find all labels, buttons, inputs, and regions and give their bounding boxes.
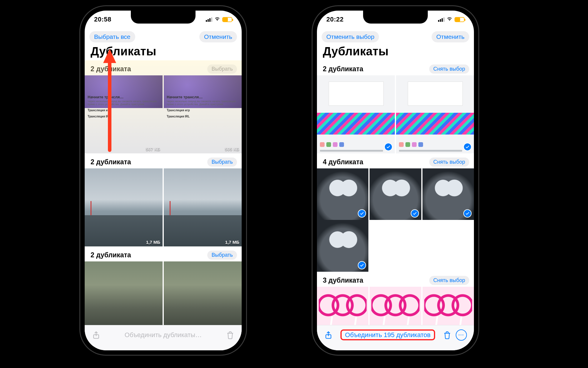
content[interactable]: 2 дубликата Снять выбор 4 bbox=[317, 60, 474, 325]
bottom-toolbar: Объединить 195 дубликатов ··· bbox=[317, 325, 474, 350]
photo-thumbnail[interactable]: 2 МБ bbox=[85, 261, 163, 325]
group-count: 4 дубликата bbox=[323, 158, 363, 166]
page-title: Дубликаты bbox=[85, 45, 242, 60]
screen-right: 20:22 Отменить выбор Отменить Дубликаты … bbox=[317, 11, 474, 350]
wifi-icon bbox=[214, 16, 220, 22]
empty-slot bbox=[370, 220, 421, 271]
annotation-highlight: Объединить 195 дубликатов bbox=[340, 329, 435, 340]
group-count: 2 дубликата bbox=[323, 65, 363, 73]
size-badge: 1,7 МБ bbox=[146, 240, 160, 245]
checkmark-icon[interactable] bbox=[358, 209, 366, 218]
status-time: 20:58 bbox=[94, 16, 111, 23]
photo-thumbnail[interactable] bbox=[370, 287, 421, 325]
thumb-caption: Через несколько секунд вы сможете начать… bbox=[167, 100, 239, 106]
wifi-icon bbox=[446, 16, 453, 22]
cell-signal-icon bbox=[438, 17, 445, 22]
trash-icon bbox=[226, 331, 235, 339]
photo-thumbnail[interactable]: 1,7 МБ bbox=[164, 168, 242, 246]
thumb-title: Начните трансля… bbox=[167, 95, 203, 99]
header: Отменить выбор Отменить bbox=[317, 28, 474, 45]
content[interactable]: 2 дубликата Выбрать Начните трансля… Чер… bbox=[85, 60, 242, 325]
thumb-row: Трансляция IRL bbox=[88, 115, 111, 118]
checkmark-icon[interactable] bbox=[411, 209, 419, 218]
photo-thumbnail[interactable] bbox=[370, 168, 421, 220]
duplicate-group: 2 дубликата Выбрать 1,7 МБ 1,7 МБ bbox=[85, 153, 242, 246]
battery-icon bbox=[222, 17, 232, 22]
photo-thumbnail[interactable]: Начните трансля… Через несколько секунд … bbox=[164, 75, 242, 153]
group-deselect-button[interactable]: Снять выбор bbox=[429, 276, 469, 285]
empty-slot bbox=[422, 220, 474, 271]
group-select-button[interactable]: Выбрать bbox=[207, 158, 237, 167]
group-deselect-button[interactable]: Снять выбор bbox=[429, 158, 469, 167]
group-select-button[interactable]: Выбрать bbox=[207, 251, 237, 260]
photo-thumbnail[interactable] bbox=[317, 287, 368, 325]
status-time: 20:22 bbox=[326, 16, 344, 23]
page-title: Дубликаты bbox=[317, 45, 474, 60]
phone-frame-left: 20:58 Выбрать все Отменить Дубликаты 2 д… bbox=[79, 5, 247, 356]
size-badge: 1,7 МБ bbox=[225, 240, 239, 245]
group-count: 2 дубликата bbox=[91, 158, 131, 166]
more-icon[interactable]: ··· bbox=[456, 329, 467, 341]
share-icon[interactable] bbox=[324, 331, 333, 339]
phone-frame-right: 20:22 Отменить выбор Отменить Дубликаты … bbox=[312, 5, 479, 356]
photo-thumbnail[interactable]: 1,7 МБ bbox=[85, 168, 163, 246]
deselect-button[interactable]: Отменить выбор bbox=[322, 31, 379, 42]
group-count: 3 дубликата bbox=[323, 276, 363, 284]
checkmark-icon[interactable] bbox=[358, 261, 366, 269]
thumb-row: Трансляция игр bbox=[88, 109, 111, 112]
merge-button[interactable]: Объединить 195 дубликатов bbox=[337, 331, 439, 339]
cancel-button[interactable]: Отменить bbox=[432, 31, 469, 42]
photo-thumbnail[interactable] bbox=[317, 75, 395, 153]
cell-signal-icon bbox=[206, 17, 212, 22]
photo-thumbnail[interactable]: 420 КБ bbox=[164, 261, 242, 325]
photo-thumbnail[interactable] bbox=[396, 75, 474, 153]
thumb-row: Трансляция IRL bbox=[167, 115, 190, 118]
thumb-row: Трансляция игр bbox=[167, 109, 190, 112]
size-badge: 505 КБ bbox=[225, 147, 239, 152]
merge-button: Объединить дубликаты… bbox=[105, 331, 222, 339]
group-select-button[interactable]: Выбрать bbox=[207, 64, 237, 74]
bottom-toolbar: Объединить дубликаты… bbox=[85, 325, 242, 350]
photo-thumbnail[interactable] bbox=[317, 220, 368, 271]
notch bbox=[131, 11, 196, 24]
checkmark-icon[interactable] bbox=[463, 209, 472, 218]
cancel-button[interactable]: Отменить bbox=[199, 31, 237, 42]
group-deselect-button[interactable]: Снять выбор bbox=[429, 64, 469, 74]
screen-left: 20:58 Выбрать все Отменить Дубликаты 2 д… bbox=[85, 11, 242, 350]
photo-thumbnail[interactable]: Начните трансля… Через несколько секунд … bbox=[85, 75, 163, 153]
photo-thumbnail[interactable] bbox=[422, 168, 474, 220]
duplicate-group: 2 дубликата Снять выбор bbox=[317, 60, 474, 153]
group-count: 2 дубликата bbox=[91, 65, 131, 73]
battery-icon bbox=[455, 17, 465, 22]
photo-thumbnail[interactable] bbox=[422, 287, 474, 325]
checkmark-icon[interactable] bbox=[384, 143, 392, 151]
trash-icon[interactable] bbox=[443, 331, 452, 339]
duplicate-group: 2 дубликата Выбрать Начните трансля… Чер… bbox=[85, 60, 242, 153]
share-icon bbox=[92, 331, 101, 339]
duplicate-group: 4 дубликата Снять выбор bbox=[317, 153, 474, 272]
thumb-caption: Через несколько секунд вы сможете начать… bbox=[88, 100, 160, 106]
header: Выбрать все Отменить bbox=[85, 28, 242, 45]
photo-thumbnail[interactable] bbox=[317, 168, 368, 220]
select-all-button[interactable]: Выбрать все bbox=[89, 31, 135, 42]
notch bbox=[363, 11, 428, 24]
duplicate-group: 3 дубликата Снять выбор bbox=[317, 272, 474, 325]
checkmark-icon[interactable] bbox=[463, 143, 472, 151]
thumb-title: Начните трансля… bbox=[88, 95, 123, 99]
group-count: 2 дубликата bbox=[91, 251, 131, 259]
size-badge: 507 КБ bbox=[146, 147, 160, 152]
duplicate-group: 2 дубликата Выбрать 2 МБ 420 КБ bbox=[85, 246, 242, 325]
